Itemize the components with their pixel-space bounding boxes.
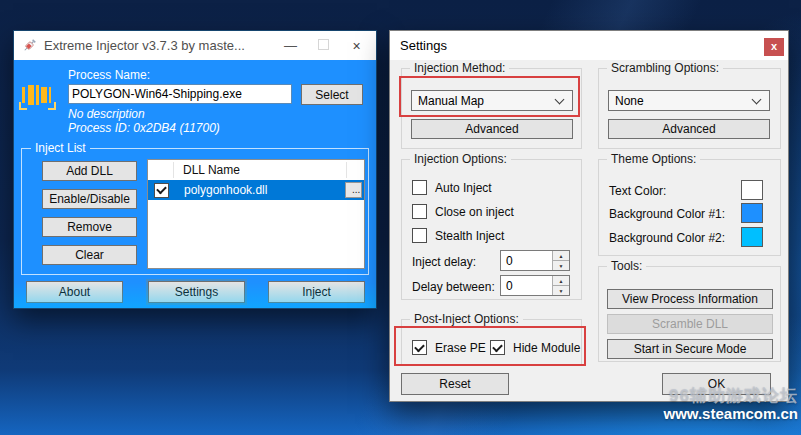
check-icon xyxy=(492,341,503,352)
watermark: 96辅助游戏论坛 www.steamcom.cn xyxy=(664,387,799,422)
process-name-input[interactable] xyxy=(68,84,292,104)
inject-delay-spinner[interactable]: 0 ▲ ▼ xyxy=(500,250,570,271)
chevron-down-icon xyxy=(555,94,565,104)
injection-method-value: Manual Map xyxy=(418,94,484,108)
checkbox-box-checked xyxy=(412,340,427,355)
spinner-up-button[interactable]: ▲ xyxy=(553,251,569,260)
injector-body: Process Name: Select No description Proc… xyxy=(14,60,376,308)
checkbox-box-checked xyxy=(490,340,505,355)
check-icon xyxy=(156,184,167,195)
process-name-label: Process Name: xyxy=(68,68,150,82)
scrambling-advanced-button[interactable]: Advanced xyxy=(608,119,770,139)
checkbox-box xyxy=(412,180,427,195)
process-description: No description xyxy=(68,107,145,121)
scrambling-select[interactable]: None xyxy=(608,90,770,111)
desktop: Extreme Injector v3.7.3 by maste... — × … xyxy=(0,0,801,435)
injection-method-label: Injection Method: xyxy=(410,61,509,75)
dll-list-header[interactable]: DLL Name xyxy=(148,160,364,180)
watermark-line1: 96辅助游戏论坛 xyxy=(664,387,799,406)
settings-dialog: Settings x Injection Method: Manual Map … xyxy=(389,30,789,402)
dll-name-column-header: DLL Name xyxy=(183,163,240,177)
bg-color2-label: Background Color #2: xyxy=(609,231,725,245)
inject-delay-value: 0 xyxy=(501,251,552,270)
settings-title: Settings xyxy=(400,38,447,53)
erase-pe-checkbox[interactable]: Erase PE xyxy=(412,340,486,355)
chevron-down-icon xyxy=(752,94,762,104)
text-color-label: Text Color: xyxy=(609,184,666,198)
minimize-button[interactable]: — xyxy=(274,38,307,53)
settings-titlebar[interactable]: Settings x xyxy=(390,31,788,60)
dll-checkbox-checked[interactable] xyxy=(154,183,169,198)
bg-color2-swatch[interactable] xyxy=(741,227,763,247)
column-separator xyxy=(346,162,347,178)
injector-titlebar[interactable]: Extreme Injector v3.7.3 by maste... — × xyxy=(14,31,376,60)
delay-between-label: Delay between: xyxy=(412,280,495,294)
select-process-button[interactable]: Select xyxy=(301,84,363,105)
process-id-label: Process ID: 0x2DB4 (11700) xyxy=(68,121,220,135)
stealth-inject-checkbox[interactable]: Stealth Inject xyxy=(412,228,504,243)
text-color-swatch[interactable] xyxy=(741,180,763,200)
auto-inject-checkbox[interactable]: Auto Inject xyxy=(412,180,492,195)
delay-between-value: 0 xyxy=(501,276,552,295)
injection-advanced-button[interactable]: Advanced xyxy=(411,119,573,139)
spinner-down-button[interactable]: ▼ xyxy=(553,260,569,270)
scrambling-options-group: Scrambling Options: None Advanced xyxy=(598,68,781,149)
theme-options-label: Theme Options: xyxy=(607,152,700,166)
post-inject-options-group: Post-Inject Options: Erase PE Hide Modul… xyxy=(401,319,582,366)
dll-row-selected[interactable]: polygonhook.dll ... xyxy=(148,180,364,200)
scramble-dll-button: Scramble DLL xyxy=(607,314,773,334)
secure-mode-button[interactable]: Start in Secure Mode xyxy=(607,339,773,359)
clear-button[interactable]: Clear xyxy=(42,245,137,265)
add-dll-button[interactable]: Add DLL xyxy=(42,161,137,181)
close-on-inject-checkbox[interactable]: Close on inject xyxy=(412,204,514,219)
injection-method-select[interactable]: Manual Map xyxy=(411,90,573,111)
close-on-inject-label: Close on inject xyxy=(435,205,514,219)
dll-more-button[interactable]: ... xyxy=(345,182,362,198)
bg-color1-swatch[interactable] xyxy=(741,203,763,223)
maximize-icon xyxy=(318,39,329,50)
view-process-info-button[interactable]: View Process Information xyxy=(607,289,773,309)
inject-list-group: Inject List Add DLL Enable/Disable Remov… xyxy=(21,148,369,275)
column-separator xyxy=(173,162,174,178)
tools-group: Tools: View Process Information Scramble… xyxy=(598,266,781,362)
watermark-line2: www.steamcom.cn xyxy=(664,406,799,423)
inject-list-group-label: Inject List xyxy=(31,141,90,155)
inject-button[interactable]: Inject xyxy=(268,281,365,303)
close-button[interactable]: × xyxy=(340,38,373,54)
injector-window: Extreme Injector v3.7.3 by maste... — × … xyxy=(13,30,377,309)
dll-list: DLL Name polygonhook.dll ... xyxy=(147,159,365,269)
injector-title: Extreme Injector v3.7.3 by maste... xyxy=(44,38,274,53)
bg-color1-label: Background Color #1: xyxy=(609,207,725,221)
spinner-up-button[interactable]: ▲ xyxy=(553,276,569,285)
hide-module-checkbox[interactable]: Hide Module xyxy=(490,340,580,355)
remove-button[interactable]: Remove xyxy=(42,217,137,237)
post-inject-options-label: Post-Inject Options: xyxy=(410,312,523,326)
dll-name: polygonhook.dll xyxy=(184,183,364,197)
auto-inject-label: Auto Inject xyxy=(435,181,492,195)
syringe-icon xyxy=(22,38,37,53)
tools-label: Tools: xyxy=(607,259,646,273)
check-icon xyxy=(414,341,425,352)
scrambling-value: None xyxy=(615,94,644,108)
spinner-down-button[interactable]: ▼ xyxy=(553,285,569,295)
reset-button[interactable]: Reset xyxy=(401,373,509,395)
checkbox-box xyxy=(412,228,427,243)
theme-options-group: Theme Options: Text Color: Background Co… xyxy=(598,159,781,256)
injection-options-label: Injection Options: xyxy=(410,152,511,166)
settings-close-button[interactable]: x xyxy=(764,38,784,56)
inject-delay-label: Inject delay: xyxy=(412,255,476,269)
maximize-button xyxy=(307,38,340,53)
enable-disable-button[interactable]: Enable/Disable xyxy=(42,189,137,209)
settings-button[interactable]: Settings xyxy=(148,281,245,303)
checkbox-box xyxy=(412,204,427,219)
stealth-inject-label: Stealth Inject xyxy=(435,229,504,243)
scrambling-options-label: Scrambling Options: xyxy=(607,61,723,75)
injection-method-group: Injection Method: Manual Map Advanced xyxy=(401,68,582,149)
injection-options-group: Injection Options: Auto Inject Close on … xyxy=(401,159,582,300)
delay-between-spinner[interactable]: 0 ▲ ▼ xyxy=(500,275,570,296)
hide-module-label: Hide Module xyxy=(513,341,580,355)
about-button[interactable]: About xyxy=(26,281,123,303)
erase-pe-label: Erase PE xyxy=(435,341,486,355)
barcode-icon xyxy=(22,83,58,107)
